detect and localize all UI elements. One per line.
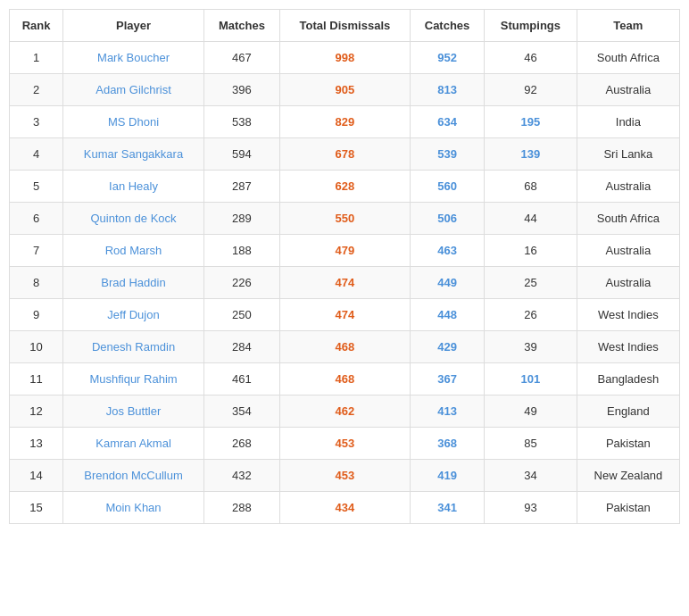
matches-cell: 538 <box>203 106 279 138</box>
column-header: Stumpings <box>485 10 577 42</box>
matches-cell: 432 <box>203 460 279 492</box>
column-header: Rank <box>10 10 63 42</box>
dismissals-cell: 474 <box>279 299 410 331</box>
rank-cell: 2 <box>10 74 63 106</box>
player-name-cell: Quinton de Kock <box>63 203 204 235</box>
team-cell: Pakistan <box>577 428 679 460</box>
table-row: 11Mushfiqur Rahim461468367101Bangladesh <box>10 363 680 395</box>
catches-cell: 449 <box>410 267 484 299</box>
player-name-cell: Jeff Dujon <box>63 299 204 331</box>
table-row: 13Kamran Akmal26845336885Pakistan <box>10 428 680 460</box>
matches-cell: 354 <box>203 395 279 428</box>
rank-cell: 3 <box>10 106 63 138</box>
matches-cell: 396 <box>203 74 279 106</box>
team-cell: Australia <box>577 74 679 106</box>
table-row: 9Jeff Dujon25047444826West Indies <box>10 299 680 331</box>
catches-cell: 448 <box>410 299 484 331</box>
column-header: Total Dismissals <box>279 10 410 42</box>
dismissals-cell: 474 <box>279 267 410 299</box>
player-name-cell: Brad Haddin <box>63 267 204 299</box>
rank-cell: 1 <box>10 42 63 74</box>
table-header-row: RankPlayerMatchesTotal DismissalsCatches… <box>10 10 680 42</box>
matches-cell: 226 <box>203 267 279 299</box>
stumpings-cell: 39 <box>485 331 577 363</box>
rank-cell: 9 <box>10 299 63 331</box>
dismissals-cell: 998 <box>279 42 410 74</box>
player-name-cell: Ian Healy <box>63 171 204 203</box>
player-name-cell: Mushfiqur Rahim <box>63 363 204 395</box>
table-row: 2Adam Gilchrist39690581392Australia <box>10 74 680 106</box>
team-cell: South Africa <box>577 42 679 74</box>
table-row: 7Rod Marsh18847946316Australia <box>10 235 680 267</box>
dismissals-cell: 550 <box>279 203 410 235</box>
dismissals-cell: 462 <box>279 395 410 428</box>
rank-cell: 8 <box>10 267 63 299</box>
stumpings-cell: 44 <box>485 203 577 235</box>
column-header: Matches <box>203 10 279 42</box>
team-cell: England <box>577 395 679 428</box>
table-row: 1Mark Boucher46799895246South Africa <box>10 42 680 74</box>
matches-cell: 289 <box>203 203 279 235</box>
matches-cell: 250 <box>203 299 279 331</box>
dismissals-cell: 453 <box>279 428 410 460</box>
column-header: Team <box>577 10 679 42</box>
matches-cell: 284 <box>203 331 279 363</box>
catches-cell: 419 <box>410 460 484 492</box>
catches-cell: 506 <box>410 203 484 235</box>
player-name-cell: MS Dhoni <box>63 106 204 138</box>
dismissals-cell: 905 <box>279 74 410 106</box>
rank-cell: 14 <box>10 460 63 492</box>
rank-cell: 5 <box>10 171 63 203</box>
team-cell: India <box>577 106 679 138</box>
catches-cell: 463 <box>410 235 484 267</box>
catches-cell: 539 <box>410 138 484 171</box>
stumpings-cell: 85 <box>485 428 577 460</box>
table-row: 4Kumar Sangakkara594678539139Sri Lanka <box>10 138 680 171</box>
stumpings-cell: 49 <box>485 395 577 428</box>
dismissals-cell: 468 <box>279 363 410 395</box>
team-cell: West Indies <box>577 331 679 363</box>
dismissals-cell: 434 <box>279 492 410 524</box>
team-cell: Australia <box>577 267 679 299</box>
rank-cell: 11 <box>10 363 63 395</box>
catches-cell: 367 <box>410 363 484 395</box>
player-name-cell: Denesh Ramdin <box>63 331 204 363</box>
rank-cell: 13 <box>10 428 63 460</box>
stumpings-cell: 46 <box>485 42 577 74</box>
stumpings-cell: 195 <box>485 106 577 138</box>
team-cell: Pakistan <box>577 492 679 524</box>
table-row: 15Moin Khan28843434193Pakistan <box>10 492 680 524</box>
catches-cell: 341 <box>410 492 484 524</box>
stumpings-cell: 68 <box>485 171 577 203</box>
matches-cell: 461 <box>203 363 279 395</box>
team-cell: Australia <box>577 171 679 203</box>
player-name-cell: Jos Buttler <box>63 395 204 428</box>
rank-cell: 15 <box>10 492 63 524</box>
dismissals-cell: 628 <box>279 171 410 203</box>
matches-cell: 467 <box>203 42 279 74</box>
dismissals-cell: 453 <box>279 460 410 492</box>
player-name-cell: Kamran Akmal <box>63 428 204 460</box>
wicketkeepers-table: RankPlayerMatchesTotal DismissalsCatches… <box>9 9 680 524</box>
player-name-cell: Moin Khan <box>63 492 204 524</box>
catches-cell: 368 <box>410 428 484 460</box>
stumpings-cell: 139 <box>485 138 577 171</box>
rank-cell: 6 <box>10 203 63 235</box>
team-cell: Australia <box>577 235 679 267</box>
team-cell: New Zealand <box>577 460 679 492</box>
stumpings-cell: 26 <box>485 299 577 331</box>
player-name-cell: Adam Gilchrist <box>63 74 204 106</box>
stumpings-cell: 16 <box>485 235 577 267</box>
table-row: 14Brendon McCullum43245341934New Zealand <box>10 460 680 492</box>
dismissals-cell: 468 <box>279 331 410 363</box>
stumpings-cell: 93 <box>485 492 577 524</box>
catches-cell: 952 <box>410 42 484 74</box>
catches-cell: 429 <box>410 331 484 363</box>
dismissals-cell: 678 <box>279 138 410 171</box>
matches-cell: 288 <box>203 492 279 524</box>
matches-cell: 594 <box>203 138 279 171</box>
dismissals-cell: 829 <box>279 106 410 138</box>
player-name-cell: Rod Marsh <box>63 235 204 267</box>
stumpings-cell: 34 <box>485 460 577 492</box>
stumpings-cell: 25 <box>485 267 577 299</box>
